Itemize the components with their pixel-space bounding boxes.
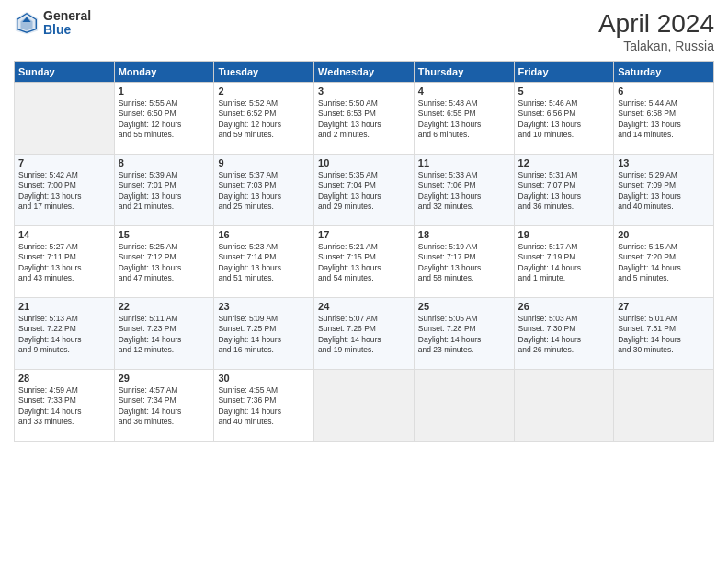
day-info: Sunrise: 5:39 AM Sunset: 7:01 PM Dayligh…	[119, 170, 210, 213]
day-cell: 10Sunrise: 5:35 AM Sunset: 7:04 PM Dayli…	[314, 155, 415, 226]
week-row-3: 21Sunrise: 5:13 AM Sunset: 7:22 PM Dayli…	[15, 298, 714, 370]
day-cell: 14Sunrise: 5:27 AM Sunset: 7:11 PM Dayli…	[15, 226, 115, 298]
day-number: 3	[318, 86, 410, 97]
day-number: 23	[218, 301, 310, 312]
day-number: 17	[318, 229, 410, 240]
day-info: Sunrise: 5:25 AM Sunset: 7:12 PM Dayligh…	[119, 242, 210, 284]
day-number: 18	[418, 229, 510, 240]
day-number: 9	[218, 157, 310, 168]
day-number: 30	[218, 373, 310, 384]
title-block: April 2024 Talakan, Russia	[598, 9, 714, 53]
week-row-2: 14Sunrise: 5:27 AM Sunset: 7:11 PM Dayli…	[15, 226, 714, 298]
day-info: Sunrise: 5:46 AM Sunset: 6:56 PM Dayligh…	[518, 98, 610, 141]
day-info: Sunrise: 5:37 AM Sunset: 7:03 PM Dayligh…	[218, 170, 310, 213]
day-number: 10	[318, 157, 410, 168]
day-info: Sunrise: 5:03 AM Sunset: 7:30 PM Dayligh…	[518, 314, 610, 356]
day-number: 26	[518, 301, 610, 312]
day-cell	[414, 370, 514, 442]
day-cell: 4Sunrise: 5:48 AM Sunset: 6:55 PM Daylig…	[414, 83, 514, 155]
day-number: 21	[18, 301, 110, 312]
col-header-monday: Monday	[114, 62, 214, 83]
day-info: Sunrise: 5:11 AM Sunset: 7:23 PM Dayligh…	[119, 314, 210, 356]
day-cell: 20Sunrise: 5:15 AM Sunset: 7:20 PM Dayli…	[614, 226, 714, 298]
day-info: Sunrise: 5:48 AM Sunset: 6:55 PM Dayligh…	[418, 98, 510, 141]
day-cell: 24Sunrise: 5:07 AM Sunset: 7:26 PM Dayli…	[314, 298, 415, 370]
day-cell: 18Sunrise: 5:19 AM Sunset: 7:17 PM Dayli…	[414, 226, 514, 298]
day-info: Sunrise: 5:15 AM Sunset: 7:20 PM Dayligh…	[618, 242, 710, 284]
logo: General Blue	[14, 9, 91, 38]
logo-icon	[14, 10, 40, 36]
col-header-sunday: Sunday	[15, 62, 115, 83]
day-cell: 3Sunrise: 5:50 AM Sunset: 6:53 PM Daylig…	[314, 83, 415, 155]
day-cell: 25Sunrise: 5:05 AM Sunset: 7:28 PM Dayli…	[414, 298, 514, 370]
day-info: Sunrise: 5:50 AM Sunset: 6:53 PM Dayligh…	[318, 98, 410, 141]
calendar-table: SundayMondayTuesdayWednesdayThursdayFrid…	[14, 61, 714, 442]
col-header-tuesday: Tuesday	[214, 62, 314, 83]
day-cell: 15Sunrise: 5:25 AM Sunset: 7:12 PM Dayli…	[114, 226, 214, 298]
logo-general: General	[43, 9, 91, 23]
day-number: 1	[119, 86, 210, 97]
day-cell: 1Sunrise: 5:55 AM Sunset: 6:50 PM Daylig…	[114, 83, 214, 155]
page: General Blue April 2024 Talakan, Russia …	[0, 0, 728, 563]
day-number: 6	[618, 86, 710, 97]
day-cell: 17Sunrise: 5:21 AM Sunset: 7:15 PM Dayli…	[314, 226, 415, 298]
day-info: Sunrise: 5:31 AM Sunset: 7:07 PM Dayligh…	[518, 170, 610, 213]
day-cell: 22Sunrise: 5:11 AM Sunset: 7:23 PM Dayli…	[114, 298, 214, 370]
day-number: 4	[418, 86, 510, 97]
day-info: Sunrise: 4:59 AM Sunset: 7:33 PM Dayligh…	[18, 385, 110, 428]
day-cell: 9Sunrise: 5:37 AM Sunset: 7:03 PM Daylig…	[214, 155, 314, 226]
day-cell: 2Sunrise: 5:52 AM Sunset: 6:52 PM Daylig…	[214, 83, 314, 155]
day-info: Sunrise: 5:33 AM Sunset: 7:06 PM Dayligh…	[418, 170, 510, 213]
logo-text: General Blue	[43, 9, 91, 38]
day-number: 7	[18, 157, 110, 168]
day-number: 15	[119, 229, 210, 240]
day-number: 24	[318, 301, 410, 312]
day-cell: 27Sunrise: 5:01 AM Sunset: 7:31 PM Dayli…	[614, 298, 714, 370]
day-number: 29	[119, 373, 210, 384]
day-cell: 8Sunrise: 5:39 AM Sunset: 7:01 PM Daylig…	[114, 155, 214, 226]
day-info: Sunrise: 5:07 AM Sunset: 7:26 PM Dayligh…	[318, 314, 410, 356]
day-number: 16	[218, 229, 310, 240]
day-number: 22	[119, 301, 210, 312]
week-row-0: 1Sunrise: 5:55 AM Sunset: 6:50 PM Daylig…	[15, 83, 714, 155]
day-number: 28	[18, 373, 110, 384]
day-info: Sunrise: 5:23 AM Sunset: 7:14 PM Dayligh…	[218, 242, 310, 284]
day-cell: 30Sunrise: 4:55 AM Sunset: 7:36 PM Dayli…	[214, 370, 314, 442]
day-number: 5	[518, 86, 610, 97]
day-info: Sunrise: 4:55 AM Sunset: 7:36 PM Dayligh…	[218, 385, 310, 428]
day-info: Sunrise: 4:57 AM Sunset: 7:34 PM Dayligh…	[119, 385, 210, 428]
day-info: Sunrise: 5:29 AM Sunset: 7:09 PM Dayligh…	[618, 170, 710, 213]
header: General Blue April 2024 Talakan, Russia	[14, 9, 714, 53]
col-header-thursday: Thursday	[414, 62, 514, 83]
day-info: Sunrise: 5:27 AM Sunset: 7:11 PM Dayligh…	[18, 242, 110, 284]
day-number: 12	[518, 157, 610, 168]
col-header-friday: Friday	[514, 62, 614, 83]
calendar-subtitle: Talakan, Russia	[598, 39, 714, 53]
day-number: 25	[418, 301, 510, 312]
day-cell: 16Sunrise: 5:23 AM Sunset: 7:14 PM Dayli…	[214, 226, 314, 298]
day-number: 2	[218, 86, 310, 97]
header-row: SundayMondayTuesdayWednesdayThursdayFrid…	[15, 62, 714, 83]
day-cell: 23Sunrise: 5:09 AM Sunset: 7:25 PM Dayli…	[214, 298, 314, 370]
day-number: 19	[518, 229, 610, 240]
day-info: Sunrise: 5:44 AM Sunset: 6:58 PM Dayligh…	[618, 98, 710, 141]
day-cell: 26Sunrise: 5:03 AM Sunset: 7:30 PM Dayli…	[514, 298, 614, 370]
day-cell: 21Sunrise: 5:13 AM Sunset: 7:22 PM Dayli…	[15, 298, 115, 370]
calendar-title: April 2024	[598, 9, 714, 39]
day-number: 20	[618, 229, 710, 240]
day-number: 14	[18, 229, 110, 240]
week-row-1: 7Sunrise: 5:42 AM Sunset: 7:00 PM Daylig…	[15, 155, 714, 226]
day-cell: 13Sunrise: 5:29 AM Sunset: 7:09 PM Dayli…	[614, 155, 714, 226]
day-cell: 6Sunrise: 5:44 AM Sunset: 6:58 PM Daylig…	[614, 83, 714, 155]
day-cell: 11Sunrise: 5:33 AM Sunset: 7:06 PM Dayli…	[414, 155, 514, 226]
day-cell: 7Sunrise: 5:42 AM Sunset: 7:00 PM Daylig…	[15, 155, 115, 226]
day-number: 11	[418, 157, 510, 168]
day-number: 27	[618, 301, 710, 312]
day-number: 8	[119, 157, 210, 168]
day-info: Sunrise: 5:19 AM Sunset: 7:17 PM Dayligh…	[418, 242, 510, 284]
day-info: Sunrise: 5:01 AM Sunset: 7:31 PM Dayligh…	[618, 314, 710, 356]
day-info: Sunrise: 5:42 AM Sunset: 7:00 PM Dayligh…	[18, 170, 110, 213]
day-cell: 28Sunrise: 4:59 AM Sunset: 7:33 PM Dayli…	[15, 370, 115, 442]
day-info: Sunrise: 5:35 AM Sunset: 7:04 PM Dayligh…	[318, 170, 410, 213]
logo-blue: Blue	[43, 23, 91, 37]
